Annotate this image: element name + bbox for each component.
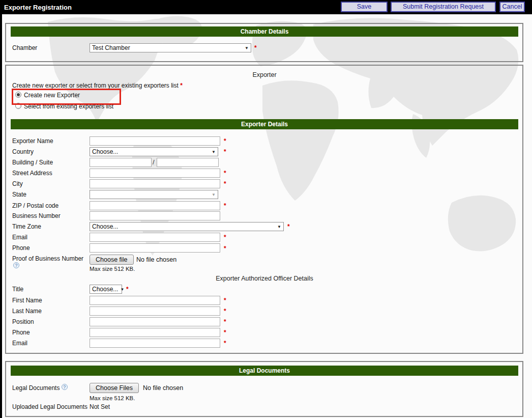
top-header-bar: Exporter Registration Save Submit Regist… (0, 0, 532, 14)
chevron-down-icon: ▼ (212, 150, 216, 154)
annotation-highlight-box (12, 89, 121, 105)
business-number-label: Business Number (12, 212, 61, 220)
officer-title-select[interactable]: Choose... ▼ (90, 285, 122, 294)
exporter-details-section-header: Exporter Details (11, 119, 518, 129)
zip-postal-code-label: ZIP / Postal code (12, 202, 58, 210)
choose-files-button[interactable]: Choose Files (90, 383, 139, 393)
uploaded-legal-documents-label: Uploaded Legal Documents (12, 403, 87, 411)
building-input[interactable] (90, 158, 152, 167)
uploaded-legal-documents-value: Not Set (90, 403, 110, 411)
help-icon[interactable]: ? (13, 262, 19, 268)
required-asterisk: * (224, 340, 226, 347)
required-asterisk: * (224, 180, 226, 187)
exporter-phone-input[interactable] (90, 243, 220, 253)
zip-postal-code-input[interactable] (90, 201, 220, 210)
country-label: Country (12, 148, 34, 156)
chevron-down-icon: ▼ (277, 225, 281, 229)
exporter-email-label: Email (12, 233, 27, 242)
required-asterisk: * (254, 44, 257, 51)
country-select-value: Choose... (92, 148, 118, 155)
exporter-email-input[interactable] (90, 233, 220, 242)
officer-details-heading: Exporter Authorized Officer Details (0, 275, 529, 282)
legal-documents-section-header: Legal Documents (11, 366, 518, 376)
required-asterisk: * (224, 137, 226, 145)
chamber-label: Chamber (12, 44, 37, 52)
officer-email-label: Email (12, 339, 27, 348)
officer-phone-input[interactable] (90, 328, 220, 337)
file-chosen-status: No file chosen (136, 256, 176, 263)
max-size-hint: Max size 512 KB. (90, 266, 135, 272)
required-asterisk: * (224, 318, 226, 325)
choose-file-button[interactable]: Choose file (90, 255, 134, 265)
time-zone-label: Time Zone (12, 222, 41, 231)
exporter-name-input[interactable] (90, 136, 220, 146)
exporter-name-label: Exporter Name (12, 137, 53, 146)
building-suite-separator: / (153, 158, 155, 166)
officer-title-label: Title (12, 285, 23, 294)
required-asterisk: * (224, 170, 226, 177)
chevron-down-icon: ▼ (245, 46, 249, 50)
help-icon[interactable]: ? (62, 384, 68, 390)
chamber-select[interactable]: Test Chamber ▼ (90, 43, 251, 52)
officer-title-select-value: Choose... (92, 286, 118, 293)
street-address-label: Street Address (12, 169, 52, 178)
officer-last-name-label: Last Name (12, 307, 42, 316)
required-asterisk: * (180, 82, 183, 89)
submit-registration-request-button[interactable]: Submit Registration Request (391, 2, 496, 12)
required-asterisk: * (224, 148, 226, 155)
officer-email-input[interactable] (90, 339, 220, 348)
chamber-details-section-header: Chamber Details (11, 26, 518, 37)
officer-phone-label: Phone (12, 328, 30, 337)
legal-documents-label: Legal Documents ? (12, 384, 68, 393)
exporter-registration-page: Exporter Registration Save Submit Regist… (0, 0, 532, 418)
required-asterisk: * (224, 329, 226, 336)
officer-position-input[interactable] (90, 317, 220, 326)
suite-input[interactable] (157, 158, 219, 167)
required-asterisk: * (126, 286, 129, 293)
country-select[interactable]: Choose... ▼ (90, 147, 218, 156)
proof-of-business-number-label: Proof of Business Number (12, 255, 83, 263)
business-number-input[interactable] (90, 211, 220, 220)
legal-max-size-hint: Max size 512 KB. (90, 395, 135, 401)
street-address-input[interactable] (90, 169, 220, 178)
exporter-phone-label: Phone (12, 244, 30, 253)
required-asterisk: * (224, 245, 226, 252)
chevron-down-icon: ▼ (120, 287, 124, 292)
officer-position-label: Position (12, 318, 34, 326)
required-asterisk: * (224, 234, 226, 241)
exporter-heading: Exporter (0, 71, 529, 78)
time-zone-select[interactable]: Choose... ▼ (90, 222, 284, 231)
save-button[interactable]: Save (341, 2, 388, 12)
chevron-down-icon: ▼ (212, 192, 216, 197)
cancel-button[interactable]: Cancel (499, 2, 525, 12)
officer-first-name-label: First Name (12, 296, 42, 305)
state-label: State (12, 190, 26, 199)
officer-last-name-input[interactable] (90, 306, 220, 316)
window-left-edge (0, 0, 2, 418)
required-asterisk: * (224, 308, 226, 315)
building-suite-label: Building / Suite (12, 158, 53, 167)
state-select[interactable]: ▼ (90, 190, 218, 199)
required-asterisk: * (287, 223, 290, 230)
city-input[interactable] (90, 179, 220, 188)
required-asterisk: * (224, 297, 226, 304)
officer-first-name-input[interactable] (90, 296, 220, 305)
city-label: City (12, 180, 23, 188)
chamber-select-value: Test Chamber (92, 44, 130, 51)
required-asterisk: * (224, 202, 226, 209)
legal-file-chosen-status: No file chosen (143, 384, 183, 392)
page-title: Exporter Registration (4, 4, 72, 11)
time-zone-select-value: Choose... (92, 223, 118, 230)
